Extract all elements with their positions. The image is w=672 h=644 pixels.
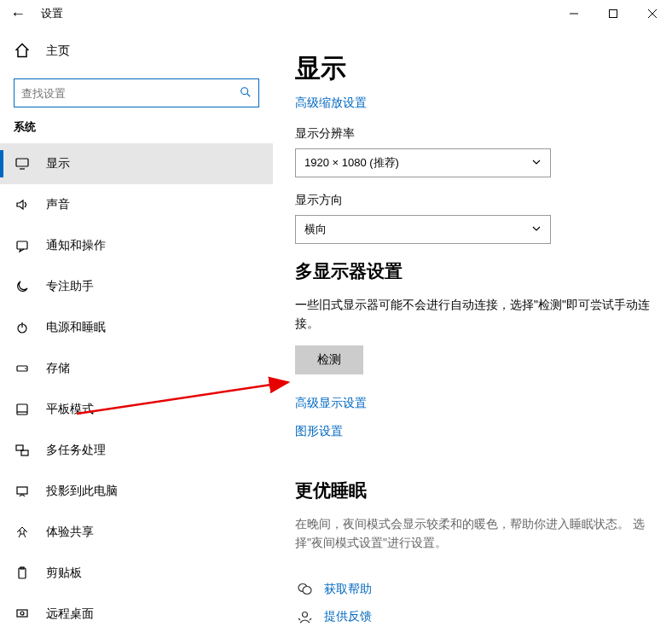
svg-point-24 — [302, 612, 307, 618]
sidebar-item-notifications[interactable]: 通知和操作 — [0, 225, 273, 266]
get-help-link[interactable]: 获取帮助 — [324, 582, 372, 597]
sidebar-item-tablet-mode[interactable]: 平板模式 — [0, 389, 273, 430]
sidebar-item-projecting[interactable]: 投影到此电脑 — [0, 471, 273, 512]
sound-icon — [14, 198, 31, 212]
svg-rect-18 — [19, 568, 26, 578]
sidebar-item-storage[interactable]: 存储 — [0, 348, 273, 389]
svg-point-21 — [20, 612, 24, 615]
sidebar-item-multitasking[interactable]: 多任务处理 — [0, 430, 273, 471]
sidebar-nav: 显示 声音 通知和操作 专注助手 电源和睡眠 存储 平板模式 多 — [0, 143, 273, 635]
orientation-label: 显示方向 — [295, 193, 650, 208]
minimize-button[interactable] — [554, 0, 594, 27]
svg-rect-8 — [17, 241, 27, 249]
multi-monitor-desc: 一些旧式显示器可能不会进行自动连接，选择"检测"即可尝试手动连接。 — [295, 295, 650, 334]
resolution-value: 1920 × 1080 (推荐) — [304, 155, 531, 171]
sidebar-home-label: 主页 — [46, 44, 70, 59]
svg-rect-17 — [17, 487, 27, 494]
tablet-icon — [14, 403, 31, 416]
display-icon — [14, 157, 31, 171]
sidebar-item-label: 体验共享 — [46, 525, 94, 540]
clipboard-icon — [14, 566, 31, 580]
sidebar-item-label: 专注助手 — [46, 279, 94, 294]
sidebar-item-power-sleep[interactable]: 电源和睡眠 — [0, 307, 273, 348]
storage-icon — [14, 362, 31, 375]
search-box[interactable] — [14, 78, 259, 107]
focus-assist-icon — [14, 280, 31, 293]
get-help-row: 获取帮助 — [295, 582, 650, 597]
svg-rect-13 — [17, 404, 27, 415]
search-icon — [240, 86, 252, 101]
chevron-down-icon — [531, 223, 542, 236]
page-title: 显示 — [295, 51, 650, 86]
sidebar-item-label: 电源和睡眠 — [46, 320, 106, 335]
sidebar: 主页 系统 显示 声音 通知和操作 专注助手 电源和睡眠 存储 — [0, 27, 273, 644]
back-button[interactable]: ← — [10, 5, 41, 23]
svg-rect-6 — [16, 159, 28, 166]
main-content: 显示 高级缩放设置 显示分辨率 1920 × 1080 (推荐) 显示方向 横向… — [273, 27, 672, 644]
maximize-button[interactable] — [594, 0, 633, 27]
sidebar-item-label: 远程桌面 — [46, 606, 94, 622]
svg-rect-15 — [16, 445, 23, 450]
multi-monitor-title: 多显示器设置 — [295, 259, 650, 283]
svg-point-12 — [25, 368, 26, 369]
svg-line-5 — [247, 93, 251, 96]
sidebar-item-shared-experiences[interactable]: 体验共享 — [0, 512, 273, 553]
titlebar: ← 设置 — [0, 0, 672, 27]
shared-icon — [14, 525, 31, 539]
feedback-icon — [295, 609, 314, 624]
feedback-row: 提供反馈 — [295, 609, 650, 624]
svg-point-4 — [241, 87, 248, 94]
sidebar-item-focus-assist[interactable]: 专注助手 — [0, 266, 273, 307]
resolution-label: 显示分辨率 — [295, 126, 650, 142]
svg-rect-1 — [610, 10, 617, 18]
svg-point-23 — [303, 587, 311, 595]
advanced-display-link[interactable]: 高级显示设置 — [295, 396, 367, 411]
sidebar-item-sound[interactable]: 声音 — [0, 184, 273, 225]
sidebar-item-label: 声音 — [46, 197, 70, 212]
close-button[interactable] — [633, 0, 672, 27]
sidebar-item-label: 多任务处理 — [46, 443, 106, 458]
help-icon — [295, 582, 314, 596]
svg-rect-16 — [21, 450, 28, 455]
sidebar-item-clipboard[interactable]: 剪贴板 — [0, 553, 273, 594]
advanced-scaling-link[interactable]: 高级缩放设置 — [295, 96, 367, 111]
orientation-value: 横向 — [304, 222, 531, 237]
sidebar-item-label: 平板模式 — [46, 402, 94, 417]
home-icon — [14, 42, 31, 61]
projecting-icon — [14, 484, 31, 498]
resolution-select[interactable]: 1920 × 1080 (推荐) — [295, 148, 551, 177]
sidebar-group-label: 系统 — [0, 119, 273, 143]
search-input[interactable] — [21, 87, 240, 100]
sleep-title: 更优睡眠 — [295, 479, 650, 502]
power-icon — [14, 321, 31, 334]
remote-icon — [14, 607, 31, 621]
notifications-icon — [14, 239, 31, 252]
sidebar-item-label: 显示 — [46, 156, 70, 171]
sidebar-item-label: 通知和操作 — [46, 238, 106, 253]
multitasking-icon — [14, 444, 31, 457]
chevron-down-icon — [531, 157, 542, 170]
sidebar-item-label: 剪贴板 — [46, 566, 82, 581]
graphics-settings-link[interactable]: 图形设置 — [295, 424, 343, 439]
window-title: 设置 — [41, 6, 63, 21]
sidebar-item-display[interactable]: 显示 — [0, 143, 273, 184]
sidebar-home[interactable]: 主页 — [14, 34, 259, 68]
feedback-link[interactable]: 提供反馈 — [324, 609, 372, 624]
sidebar-item-label: 存储 — [46, 361, 70, 376]
detect-button[interactable]: 检测 — [295, 345, 363, 374]
svg-rect-20 — [17, 610, 27, 617]
sidebar-item-label: 投影到此电脑 — [46, 484, 118, 499]
sleep-desc: 在晚间，夜间模式会显示较柔和的暖色，帮助你进入睡眠状态。 选择"夜间模式设置"进… — [295, 514, 650, 553]
orientation-select[interactable]: 横向 — [295, 215, 551, 244]
sidebar-item-remote-desktop[interactable]: 远程桌面 — [0, 594, 273, 635]
